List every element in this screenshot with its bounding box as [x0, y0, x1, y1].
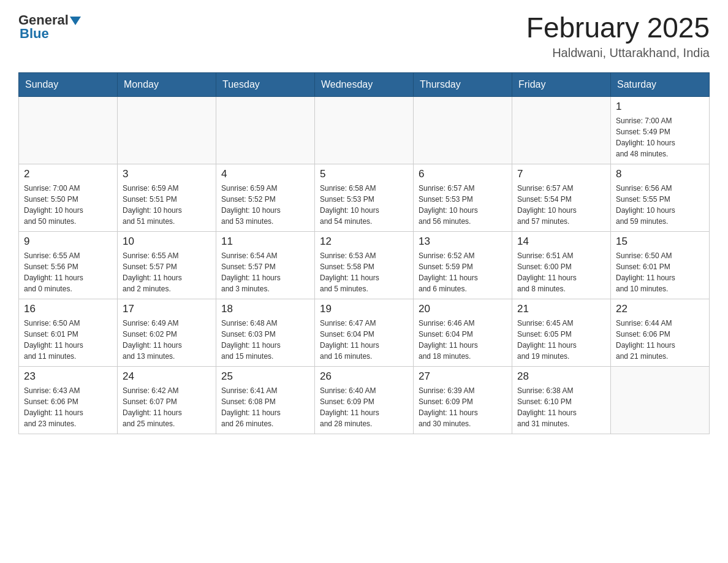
- calendar-day-cell: 7Sunrise: 6:57 AM Sunset: 5:54 PM Daylig…: [512, 164, 611, 231]
- day-info: Sunrise: 6:59 AM Sunset: 5:51 PM Dayligh…: [123, 183, 211, 227]
- day-of-week-header: Wednesday: [315, 72, 414, 96]
- day-number: 12: [320, 236, 408, 248]
- calendar-day-cell: 16Sunrise: 6:50 AM Sunset: 6:01 PM Dayli…: [19, 299, 118, 366]
- logo-blue-text: Blue: [20, 26, 49, 42]
- calendar-day-cell: 24Sunrise: 6:42 AM Sunset: 6:07 PM Dayli…: [118, 366, 216, 434]
- day-number: 10: [123, 236, 211, 248]
- calendar-subtitle: Haldwani, Uttarakhand, India: [526, 46, 710, 60]
- calendar-week-row: 16Sunrise: 6:50 AM Sunset: 6:01 PM Dayli…: [19, 299, 710, 366]
- day-info: Sunrise: 6:41 AM Sunset: 6:08 PM Dayligh…: [221, 385, 309, 429]
- day-of-week-header: Sunday: [19, 72, 118, 96]
- day-info: Sunrise: 6:48 AM Sunset: 6:03 PM Dayligh…: [221, 318, 309, 362]
- day-info: Sunrise: 6:50 AM Sunset: 6:01 PM Dayligh…: [24, 318, 112, 362]
- day-number: 7: [517, 168, 605, 180]
- day-number: 2: [24, 168, 112, 180]
- day-of-week-header: Friday: [512, 72, 611, 96]
- calendar-day-cell: [216, 96, 315, 164]
- page-header: General Blue February 2025 Haldwani, Utt…: [18, 12, 710, 60]
- day-number: 24: [123, 370, 211, 383]
- day-number: 3: [123, 168, 211, 180]
- day-number: 27: [419, 370, 507, 383]
- calendar-table: SundayMondayTuesdayWednesdayThursdayFrid…: [18, 72, 710, 434]
- calendar-header-row: SundayMondayTuesdayWednesdayThursdayFrid…: [19, 72, 710, 96]
- calendar-day-cell: 15Sunrise: 6:50 AM Sunset: 6:01 PM Dayli…: [611, 231, 710, 299]
- day-info: Sunrise: 6:55 AM Sunset: 5:56 PM Dayligh…: [24, 250, 112, 294]
- day-info: Sunrise: 6:59 AM Sunset: 5:52 PM Dayligh…: [221, 183, 309, 227]
- day-number: 16: [24, 303, 112, 315]
- calendar-day-cell: 4Sunrise: 6:59 AM Sunset: 5:52 PM Daylig…: [216, 164, 315, 231]
- day-number: 13: [419, 236, 507, 248]
- day-number: 22: [616, 303, 704, 315]
- day-number: 21: [517, 303, 605, 315]
- day-info: Sunrise: 6:57 AM Sunset: 5:53 PM Dayligh…: [419, 183, 507, 227]
- day-number: 17: [123, 303, 211, 315]
- day-info: Sunrise: 6:49 AM Sunset: 6:02 PM Dayligh…: [123, 318, 211, 362]
- calendar-week-row: 23Sunrise: 6:43 AM Sunset: 6:06 PM Dayli…: [19, 366, 710, 434]
- day-info: Sunrise: 6:57 AM Sunset: 5:54 PM Dayligh…: [517, 183, 605, 227]
- day-number: 6: [419, 168, 507, 180]
- day-info: Sunrise: 6:38 AM Sunset: 6:10 PM Dayligh…: [517, 385, 605, 429]
- calendar-week-row: 9Sunrise: 6:55 AM Sunset: 5:56 PM Daylig…: [19, 231, 710, 299]
- day-number: 25: [221, 370, 309, 383]
- day-info: Sunrise: 6:39 AM Sunset: 6:09 PM Dayligh…: [419, 385, 507, 429]
- day-info: Sunrise: 6:51 AM Sunset: 6:00 PM Dayligh…: [517, 250, 605, 294]
- calendar-day-cell: 12Sunrise: 6:53 AM Sunset: 5:58 PM Dayli…: [315, 231, 414, 299]
- calendar-day-cell: 25Sunrise: 6:41 AM Sunset: 6:08 PM Dayli…: [216, 366, 315, 434]
- calendar-day-cell: 9Sunrise: 6:55 AM Sunset: 5:56 PM Daylig…: [19, 231, 118, 299]
- day-info: Sunrise: 6:52 AM Sunset: 5:59 PM Dayligh…: [419, 250, 507, 294]
- calendar-day-cell: [512, 96, 611, 164]
- calendar-day-cell: [414, 96, 512, 164]
- logo: General Blue: [18, 12, 81, 42]
- day-number: 14: [517, 236, 605, 248]
- calendar-day-cell: 20Sunrise: 6:46 AM Sunset: 6:04 PM Dayli…: [414, 299, 512, 366]
- day-number: 19: [320, 303, 408, 315]
- day-number: 9: [24, 236, 112, 248]
- day-number: 26: [320, 370, 408, 383]
- title-block: February 2025 Haldwani, Uttarakhand, Ind…: [526, 12, 710, 60]
- calendar-day-cell: [118, 96, 216, 164]
- calendar-title: February 2025: [526, 12, 710, 44]
- day-number: 1: [616, 101, 704, 113]
- calendar-day-cell: 27Sunrise: 6:39 AM Sunset: 6:09 PM Dayli…: [414, 366, 512, 434]
- calendar-day-cell: 26Sunrise: 6:40 AM Sunset: 6:09 PM Dayli…: [315, 366, 414, 434]
- day-number: 23: [24, 370, 112, 383]
- day-info: Sunrise: 6:46 AM Sunset: 6:04 PM Dayligh…: [419, 318, 507, 362]
- day-of-week-header: Monday: [118, 72, 216, 96]
- calendar-day-cell: 13Sunrise: 6:52 AM Sunset: 5:59 PM Dayli…: [414, 231, 512, 299]
- day-number: 15: [616, 236, 704, 248]
- calendar-day-cell: 10Sunrise: 6:55 AM Sunset: 5:57 PM Dayli…: [118, 231, 216, 299]
- day-info: Sunrise: 6:40 AM Sunset: 6:09 PM Dayligh…: [320, 385, 408, 429]
- day-number: 20: [419, 303, 507, 315]
- day-info: Sunrise: 6:55 AM Sunset: 5:57 PM Dayligh…: [123, 250, 211, 294]
- calendar-day-cell: 18Sunrise: 6:48 AM Sunset: 6:03 PM Dayli…: [216, 299, 315, 366]
- calendar-day-cell: 1Sunrise: 7:00 AM Sunset: 5:49 PM Daylig…: [611, 96, 710, 164]
- calendar-week-row: 2Sunrise: 7:00 AM Sunset: 5:50 PM Daylig…: [19, 164, 710, 231]
- calendar-day-cell: [315, 96, 414, 164]
- day-number: 5: [320, 168, 408, 180]
- day-number: 8: [616, 168, 704, 180]
- calendar-day-cell: 3Sunrise: 6:59 AM Sunset: 5:51 PM Daylig…: [118, 164, 216, 231]
- day-info: Sunrise: 6:45 AM Sunset: 6:05 PM Dayligh…: [517, 318, 605, 362]
- day-number: 28: [517, 370, 605, 383]
- day-info: Sunrise: 6:43 AM Sunset: 6:06 PM Dayligh…: [24, 385, 112, 429]
- day-info: Sunrise: 6:50 AM Sunset: 6:01 PM Dayligh…: [616, 250, 704, 294]
- calendar-day-cell: 17Sunrise: 6:49 AM Sunset: 6:02 PM Dayli…: [118, 299, 216, 366]
- day-number: 4: [221, 168, 309, 180]
- calendar-day-cell: 19Sunrise: 6:47 AM Sunset: 6:04 PM Dayli…: [315, 299, 414, 366]
- day-info: Sunrise: 6:54 AM Sunset: 5:57 PM Dayligh…: [221, 250, 309, 294]
- day-number: 11: [221, 236, 309, 248]
- day-info: Sunrise: 6:44 AM Sunset: 6:06 PM Dayligh…: [616, 318, 704, 362]
- calendar-day-cell: 23Sunrise: 6:43 AM Sunset: 6:06 PM Dayli…: [19, 366, 118, 434]
- calendar-day-cell: 2Sunrise: 7:00 AM Sunset: 5:50 PM Daylig…: [19, 164, 118, 231]
- calendar-day-cell: 11Sunrise: 6:54 AM Sunset: 5:57 PM Dayli…: [216, 231, 315, 299]
- day-info: Sunrise: 6:47 AM Sunset: 6:04 PM Dayligh…: [320, 318, 408, 362]
- day-of-week-header: Saturday: [611, 72, 710, 96]
- calendar-week-row: 1Sunrise: 7:00 AM Sunset: 5:49 PM Daylig…: [19, 96, 710, 164]
- day-info: Sunrise: 6:53 AM Sunset: 5:58 PM Dayligh…: [320, 250, 408, 294]
- day-info: Sunrise: 6:58 AM Sunset: 5:53 PM Dayligh…: [320, 183, 408, 227]
- calendar-day-cell: 8Sunrise: 6:56 AM Sunset: 5:55 PM Daylig…: [611, 164, 710, 231]
- day-info: Sunrise: 6:42 AM Sunset: 6:07 PM Dayligh…: [123, 385, 211, 429]
- calendar-day-cell: 6Sunrise: 6:57 AM Sunset: 5:53 PM Daylig…: [414, 164, 512, 231]
- calendar-day-cell: 22Sunrise: 6:44 AM Sunset: 6:06 PM Dayli…: [611, 299, 710, 366]
- day-of-week-header: Thursday: [414, 72, 512, 96]
